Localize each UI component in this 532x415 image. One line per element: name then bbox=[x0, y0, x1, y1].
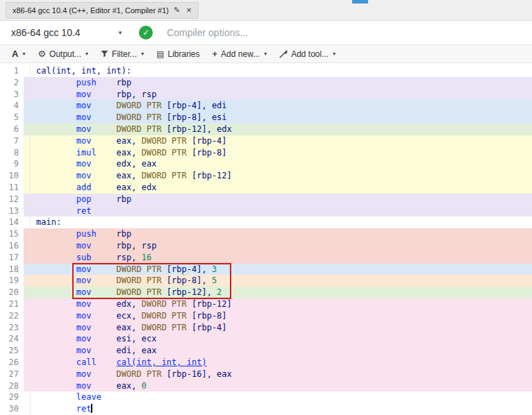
token-mn: mov bbox=[76, 159, 92, 169]
code-line[interactable]: 15 push rbp bbox=[0, 228, 532, 240]
token-w bbox=[36, 392, 76, 402]
token-w bbox=[36, 112, 76, 122]
line-code: mov DWORD PTR [rbp-8], 5 bbox=[30, 275, 532, 287]
line-number: 4 bbox=[0, 100, 24, 112]
token-mn: ret bbox=[76, 206, 92, 216]
line-color-strip bbox=[24, 240, 30, 252]
token-ptr: DWORD PTR bbox=[142, 299, 192, 309]
assembly-output: 1 cal(int, int, int): 2 push rbp 3 mov r… bbox=[0, 63, 532, 415]
token-ptr: DWORD PTR bbox=[117, 276, 167, 285]
line-color-strip bbox=[24, 357, 30, 369]
code-line[interactable]: 2 push rbp bbox=[0, 77, 532, 89]
code-line[interactable]: 27 mov DWORD PTR [rbp-16], eax bbox=[0, 369, 532, 380]
code-line[interactable]: 1 cal(int, int, int): bbox=[0, 65, 532, 77]
line-number: 22 bbox=[0, 310, 24, 322]
token-label: main: bbox=[36, 217, 61, 227]
line-number: 23 bbox=[0, 322, 24, 334]
token-w bbox=[36, 287, 76, 297]
code-line[interactable]: 16 mov rbp, rsp bbox=[0, 240, 532, 252]
line-number: 1 bbox=[0, 65, 24, 77]
line-code: mov DWORD PTR [rbp-4], edi bbox=[30, 100, 532, 112]
token-reg: eax, edx bbox=[117, 183, 157, 192]
code-line[interactable]: 10 mov eax, DWORD PTR [rbp-12] bbox=[0, 170, 532, 182]
token-mn: push bbox=[76, 229, 97, 239]
compiler-options-input[interactable] bbox=[165, 26, 524, 39]
line-color-strip bbox=[24, 264, 30, 276]
token-w bbox=[91, 241, 116, 251]
line-color-strip bbox=[24, 322, 30, 334]
code-line[interactable]: 5 mov DWORD PTR [rbp-8], esi bbox=[0, 112, 532, 124]
token-num: 3 bbox=[212, 264, 217, 274]
code-line[interactable]: 30 ret bbox=[0, 403, 532, 415]
line-number: 27 bbox=[0, 369, 24, 380]
token-reg: eax, bbox=[117, 171, 142, 180]
code-line[interactable]: 9 mov edx, eax bbox=[0, 158, 532, 170]
token-w bbox=[91, 381, 116, 391]
code-line[interactable]: 11 add eax, edx bbox=[0, 182, 532, 194]
code-line[interactable]: 14 main: bbox=[0, 217, 532, 228]
token-w bbox=[97, 78, 117, 87]
line-code: leave bbox=[30, 391, 532, 403]
code-line[interactable]: 28 mov eax, 0 bbox=[0, 380, 532, 392]
line-color-strip bbox=[24, 403, 30, 415]
libraries-button-label: Libraries bbox=[167, 49, 199, 59]
code-line[interactable]: 21 mov edx, DWORD PTR [rbp-12] bbox=[0, 298, 532, 310]
code-line[interactable]: 25 mov edi, eax bbox=[0, 345, 532, 357]
token-num: 5 bbox=[212, 276, 217, 285]
token-mn: mov bbox=[76, 241, 92, 251]
token-ptr: DWORD PTR bbox=[117, 101, 167, 110]
code-line[interactable]: 20 mov DWORD PTR [rbp-12], 2 bbox=[0, 287, 532, 298]
token-ptr: DWORD PTR bbox=[117, 264, 167, 274]
code-line[interactable]: 29 leave bbox=[0, 391, 532, 403]
line-color-strip bbox=[24, 287, 30, 298]
code-line[interactable]: 13 ret bbox=[0, 205, 532, 217]
token-w bbox=[36, 229, 76, 239]
code-line[interactable]: 24 mov esi, ecx bbox=[0, 333, 532, 345]
code-line[interactable]: 7 mov eax, DWORD PTR [rbp-4] bbox=[0, 135, 532, 147]
code-line[interactable]: 4 mov DWORD PTR [rbp-4], edi bbox=[0, 100, 532, 112]
chevron-down-icon: ▾ bbox=[85, 51, 88, 57]
edit-pencil-icon[interactable]: ✎ bbox=[174, 6, 180, 15]
token-reg: eax, bbox=[117, 136, 142, 146]
close-icon[interactable]: × bbox=[186, 6, 192, 15]
code-line[interactable]: 3 mov rbp, rsp bbox=[0, 89, 532, 101]
line-number: 26 bbox=[0, 357, 24, 369]
token-num: 0 bbox=[142, 381, 147, 391]
token-reg: rbp bbox=[117, 194, 132, 204]
token-reg: [rbp-4], edi bbox=[167, 101, 227, 110]
code-line[interactable]: 26 call cal(int, int, int) bbox=[0, 357, 532, 369]
compiler-select[interactable]: x86-64 gcc 10.4 ▾ bbox=[11, 27, 122, 38]
code-line[interactable]: 17 sub rsp, 16 bbox=[0, 252, 532, 264]
add-new-button[interactable]: + Add new... ▾ bbox=[206, 45, 274, 62]
token-w bbox=[36, 183, 76, 192]
add-tool-button[interactable]: Add tool... ▾ bbox=[273, 45, 342, 62]
token-w bbox=[36, 194, 76, 204]
filter-button[interactable]: Filter... ▾ bbox=[94, 45, 150, 62]
token-mn: mov bbox=[76, 124, 92, 134]
code-line[interactable]: 22 mov ecx, DWORD PTR [rbp-8] bbox=[0, 310, 532, 322]
code-line[interactable]: 6 mov DWORD PTR [rbp-12], edx bbox=[0, 124, 532, 135]
token-w bbox=[36, 78, 76, 87]
tab-compiler-output[interactable]: x86-64 gcc 10.4 (C++, Editor #1, Compile… bbox=[6, 2, 199, 19]
code-line[interactable]: 8 imul eax, DWORD PTR [rbp-8] bbox=[0, 147, 532, 159]
token-w bbox=[91, 323, 116, 332]
call-target-link[interactable]: cal(int, int, int) bbox=[117, 357, 207, 367]
token-reg: [rbp-12], bbox=[167, 287, 217, 297]
token-w bbox=[97, 148, 117, 158]
output-button[interactable]: ⚙ Output... ▾ bbox=[31, 45, 94, 62]
code-line[interactable]: 18 mov DWORD PTR [rbp-4], 3 bbox=[0, 264, 532, 276]
token-reg: [rbp-4] bbox=[192, 323, 227, 332]
code-line[interactable]: 19 mov DWORD PTR [rbp-8], 5 bbox=[0, 275, 532, 287]
line-color-strip bbox=[24, 391, 30, 403]
token-mn: mov bbox=[76, 90, 92, 99]
token-w bbox=[91, 334, 116, 344]
libraries-button[interactable]: ▤ Libraries bbox=[150, 45, 206, 62]
code-line[interactable]: 12 pop rbp bbox=[0, 194, 532, 205]
token-ptr: DWORD PTR bbox=[117, 369, 167, 379]
code-line[interactable]: 23 mov eax, DWORD PTR [rbp-4] bbox=[0, 322, 532, 334]
line-number: 13 bbox=[0, 205, 24, 217]
font-size-button[interactable]: A ▾ bbox=[6, 45, 31, 62]
line-code: mov DWORD PTR [rbp-16], eax bbox=[30, 369, 532, 380]
line-number: 2 bbox=[0, 77, 24, 89]
token-w bbox=[91, 264, 116, 274]
